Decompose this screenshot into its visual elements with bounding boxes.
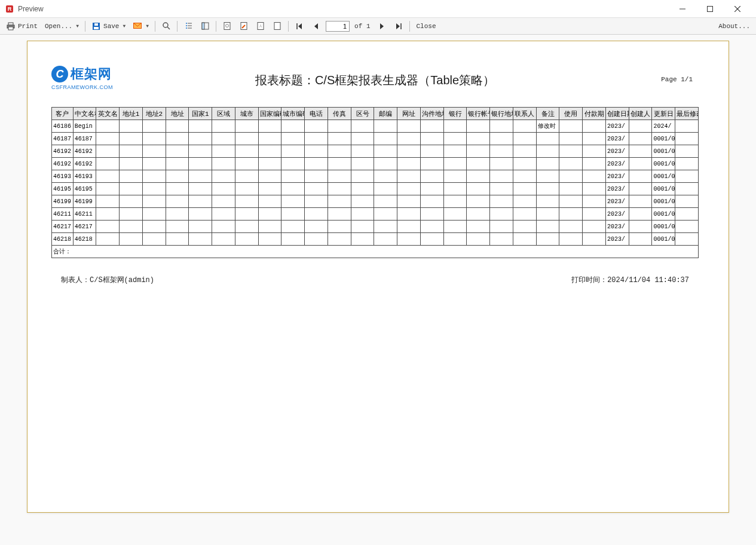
svg-marker-34 <box>396 23 400 29</box>
watermark-button[interactable]: A <box>253 20 268 32</box>
toolbar: Print Open...▼ Save▼ ▼ A of 1 Close Abou… <box>0 18 756 35</box>
first-icon <box>295 22 304 31</box>
outline-icon <box>183 22 193 31</box>
print-button[interactable]: Print <box>4 20 40 32</box>
separator <box>155 21 155 32</box>
window-title: Preview <box>18 5 44 13</box>
thumbnails-icon <box>200 22 210 31</box>
maximize-button[interactable] <box>696 0 724 18</box>
outline-button[interactable] <box>181 20 195 32</box>
close-label: Close <box>416 23 436 30</box>
separator <box>409 21 410 32</box>
dropdown-icon: ▼ <box>121 23 126 29</box>
edit-button[interactable] <box>237 20 251 32</box>
next-icon <box>377 22 387 31</box>
singlepage-icon <box>273 22 282 31</box>
search-icon <box>161 22 171 31</box>
svg-rect-22 <box>202 23 204 29</box>
svg-marker-33 <box>380 23 384 29</box>
printer-icon <box>6 22 16 31</box>
svg-marker-31 <box>298 23 302 29</box>
prev-icon <box>311 22 321 31</box>
open-label: Open... <box>45 23 72 30</box>
about-label: About... <box>718 23 750 30</box>
dropdown-icon: ▼ <box>75 23 79 29</box>
app-icon: R <box>5 4 14 14</box>
svg-rect-10 <box>94 27 99 29</box>
svg-marker-32 <box>314 23 318 29</box>
first-page-button[interactable] <box>292 20 307 32</box>
thumbnails-button[interactable] <box>198 20 212 32</box>
find-button[interactable] <box>159 20 173 32</box>
minimize-button[interactable] <box>669 0 696 18</box>
separator <box>177 21 177 32</box>
save-label: Save <box>103 23 119 30</box>
watermark-icon: A <box>256 22 265 31</box>
page-of-label: of 1 <box>352 23 372 30</box>
svg-rect-6 <box>8 23 13 25</box>
dropdown-icon: ▼ <box>145 23 149 29</box>
separator <box>216 21 216 32</box>
email-icon <box>133 22 142 31</box>
svg-rect-3 <box>708 6 713 11</box>
save-button[interactable]: Save▼ <box>89 20 128 32</box>
open-button[interactable]: Open...▼ <box>42 22 81 31</box>
save-icon <box>91 22 101 31</box>
page-number-input[interactable] <box>326 21 350 32</box>
svg-point-13 <box>163 23 168 27</box>
prev-page-button[interactable] <box>309 20 323 32</box>
close-preview-button[interactable]: Close <box>414 22 438 31</box>
separator <box>288 21 289 32</box>
titlebar: R Preview <box>0 0 756 18</box>
email-button[interactable]: ▼ <box>130 20 151 32</box>
separator <box>85 21 85 32</box>
svg-rect-23 <box>224 23 230 30</box>
svg-rect-8 <box>8 27 13 30</box>
print-label: Print <box>18 23 38 30</box>
page-setup-button[interactable] <box>220 20 234 32</box>
svg-text:R: R <box>8 6 12 12</box>
edit-icon <box>239 22 249 31</box>
svg-rect-29 <box>274 23 280 30</box>
close-window-button[interactable] <box>724 0 751 18</box>
svg-line-14 <box>167 27 170 29</box>
next-page-button[interactable] <box>375 20 389 32</box>
about-button[interactable]: About... <box>716 22 752 31</box>
page-break-button[interactable] <box>270 20 284 32</box>
last-page-button[interactable] <box>391 20 406 32</box>
page-setup-icon <box>222 22 232 31</box>
last-icon <box>394 22 403 31</box>
svg-rect-11 <box>94 23 98 26</box>
